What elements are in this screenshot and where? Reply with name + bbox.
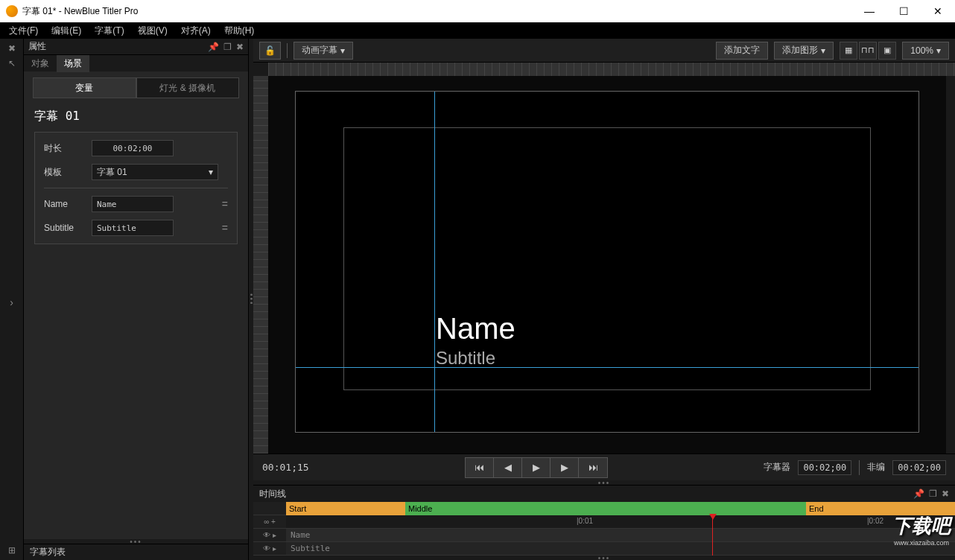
preview-toolbar: 🔓 动画字幕 ▾ 添加文字 添加图形 ▾ ▦ ⊓⊓ ▣ 100% ▾ xyxy=(253,39,955,63)
timeline-close-icon[interactable]: ✖ xyxy=(942,489,949,499)
name-field-label: Name xyxy=(44,199,84,209)
nle-label: 非编 xyxy=(867,461,885,474)
safe-area-frame xyxy=(343,127,871,390)
goto-start-button[interactable]: ⏮ xyxy=(466,458,494,477)
safe-area-icon[interactable]: ▣ xyxy=(878,42,896,60)
track-visibility-subtitle[interactable]: 👁 ▸ xyxy=(253,542,286,556)
chevron-down-icon: ▾ xyxy=(340,45,345,56)
chevron-down-icon: ▾ xyxy=(936,45,941,56)
lock-button[interactable]: 🔓 xyxy=(259,42,281,60)
properties-panel-header: 属性 📌 ❐ ✖ xyxy=(24,39,248,55)
zoom-dropdown[interactable]: 100% ▾ xyxy=(902,42,949,60)
name-reset-icon[interactable]: = xyxy=(222,198,228,210)
ruler-vertical[interactable] xyxy=(253,76,268,454)
timeline-segments-gutter xyxy=(253,502,286,515)
guide-vertical[interactable] xyxy=(434,92,435,432)
panel-popout-icon[interactable]: ❐ xyxy=(223,42,232,52)
subtitle-list-header: 字幕列表 xyxy=(24,544,248,560)
tab-scene[interactable]: 场景 xyxy=(57,55,89,72)
canvas-area: Name Subtitle xyxy=(253,63,955,454)
subtitle-input[interactable] xyxy=(92,220,174,236)
watermark-url: www.xiazaiba.com xyxy=(894,539,949,547)
gutter-settings-icon[interactable]: ⊞ xyxy=(8,545,16,556)
ruler-horizontal[interactable] xyxy=(268,63,955,76)
left-gutter: ✖ ↖ › ⊞ xyxy=(0,39,24,560)
close-button[interactable]: ✕ xyxy=(921,0,955,22)
subtab-variables[interactable]: 变量 xyxy=(33,77,136,98)
track-name[interactable]: Name xyxy=(286,529,955,542)
menu-view[interactable]: 视图(V) xyxy=(132,23,174,39)
current-timecode: 00:01;15 xyxy=(262,462,309,473)
minimize-button[interactable]: — xyxy=(852,0,886,22)
template-select[interactable]: 字幕 01 ▾ xyxy=(92,164,218,180)
subtitle-field-label: Subtitle xyxy=(44,223,84,233)
playback-controls: ⏮ ◀ ▶ ▶ ⏭ xyxy=(465,457,608,478)
menu-edit[interactable]: 编辑(E) xyxy=(45,23,87,39)
timeline-title: 时间线 xyxy=(259,488,286,500)
window-title: 字幕 01* - NewBlue Titler Pro xyxy=(22,5,138,18)
nle-time[interactable]: 00:02;00 xyxy=(892,460,946,475)
add-shape-button[interactable]: 添加图形 ▾ xyxy=(774,42,834,60)
subtitle-reset-icon[interactable]: = xyxy=(222,222,228,234)
tick-1: |0:01 xyxy=(577,517,593,525)
duration-label: 时长 xyxy=(44,142,84,155)
next-frame-button[interactable]: ▶ xyxy=(551,458,579,477)
panel-pin-icon[interactable]: 📌 xyxy=(208,42,219,52)
timeline-popout-icon[interactable]: ❐ xyxy=(929,489,937,499)
menu-bar: 文件(F) 编辑(E) 字幕(T) 视图(V) 对齐(A) 帮助(H) xyxy=(0,22,955,39)
grid-icon[interactable]: ▦ xyxy=(840,42,857,60)
track-subtitle[interactable]: Subtitle xyxy=(286,542,955,556)
timeline-ruler[interactable]: |0:01 |0:02 xyxy=(286,515,955,529)
chevron-down-icon: ▾ xyxy=(209,167,213,177)
subtab-lights-camera[interactable]: 灯光 & 摄像机 xyxy=(136,77,240,98)
subtitle-list-title: 字幕列表 xyxy=(30,546,66,559)
menu-file[interactable]: 文件(F) xyxy=(3,23,44,39)
ruler-icon[interactable]: ⊓⊓ xyxy=(859,42,877,60)
playback-bar: 00:01;15 ⏮ ◀ ▶ ▶ ⏭ 字幕器 00:02;00 非编 00:02… xyxy=(253,454,955,480)
guide-horizontal[interactable] xyxy=(296,367,918,368)
prev-frame-button[interactable]: ◀ xyxy=(494,458,522,477)
chevron-down-icon: ▾ xyxy=(821,45,825,56)
preset-dropdown[interactable]: 动画字幕 ▾ xyxy=(294,42,353,60)
template-value: 字幕 01 xyxy=(97,166,127,179)
gutter-pin-icon[interactable]: ✖ xyxy=(8,43,16,54)
app-icon xyxy=(6,5,18,17)
titler-time[interactable]: 00:02;00 xyxy=(798,460,851,475)
panel-title: 属性 xyxy=(28,40,46,53)
canvas-stage[interactable]: Name Subtitle xyxy=(295,91,919,433)
watermark: 下载吧 xyxy=(892,513,951,539)
canvas-name-text[interactable]: Name xyxy=(436,312,515,346)
timeline-bottom-splitter[interactable]: ••• xyxy=(253,556,955,560)
playhead-line xyxy=(712,515,713,556)
canvas-subtitle-text[interactable]: Subtitle xyxy=(436,348,495,369)
tab-object[interactable]: 对象 xyxy=(24,55,57,72)
window-titlebar: 字幕 01* - NewBlue Titler Pro — ☐ ✕ xyxy=(0,0,955,22)
duration-input[interactable] xyxy=(92,140,174,156)
right-area: 🔓 动画字幕 ▾ 添加文字 添加图形 ▾ ▦ ⊓⊓ ▣ 100% ▾ xyxy=(253,39,955,560)
scene-title: 字幕 01 xyxy=(34,104,238,132)
play-button[interactable]: ▶ xyxy=(522,458,551,477)
timeline-pin-icon[interactable]: 📌 xyxy=(913,489,924,499)
maximize-button[interactable]: ☐ xyxy=(886,0,921,22)
menu-help[interactable]: 帮助(H) xyxy=(218,23,261,39)
goto-end-button[interactable]: ⏭ xyxy=(579,458,607,477)
titler-label: 字幕器 xyxy=(764,461,790,474)
template-label: 模板 xyxy=(44,166,84,179)
menu-subtitle[interactable]: 字幕(T) xyxy=(89,23,130,39)
name-input[interactable] xyxy=(92,196,174,212)
gutter-tack-icon[interactable]: ↖ xyxy=(8,58,16,69)
menu-align[interactable]: 对齐(A) xyxy=(175,23,217,39)
properties-panel: 属性 📌 ❐ ✖ 对象 场景 变量 灯光 & 摄像机 字幕 01 时长 xyxy=(24,39,249,560)
timeline-loop-toggle[interactable]: ∞ + xyxy=(253,515,286,529)
segment-middle[interactable]: Middle xyxy=(405,502,806,515)
add-text-button[interactable]: 添加文字 xyxy=(716,42,768,60)
tick-2: |0:02 xyxy=(867,517,883,525)
timeline-panel: 时间线 📌 ❐ ✖ ∞ + 👁 ▸ 👁 ▸ Start Midd xyxy=(253,485,955,560)
track-visibility-name[interactable]: 👁 ▸ xyxy=(253,529,286,542)
expand-right-icon[interactable]: › xyxy=(10,296,13,308)
panel-close-icon[interactable]: ✖ xyxy=(236,42,244,52)
segment-start[interactable]: Start xyxy=(286,502,405,515)
